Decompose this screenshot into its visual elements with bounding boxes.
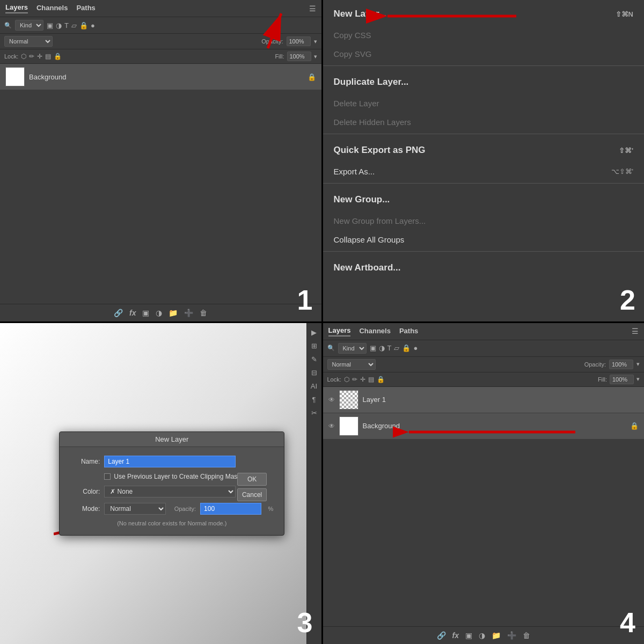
layers-menu-icon-4[interactable]: ☰ bbox=[632, 327, 639, 335]
tab-channels-1[interactable]: Channels bbox=[36, 4, 68, 13]
adjustment-icon-4[interactable]: ◑ bbox=[479, 631, 485, 640]
layers-lock-row-1: Lock: ⬡ ✏ ✛ ▤ 🔒 Fill: ▾ bbox=[0, 49, 321, 64]
new-layer-icon-4[interactable]: ➕ bbox=[507, 631, 516, 640]
tab-layers-4[interactable]: Layers bbox=[328, 326, 351, 336]
dialog-color-select[interactable]: ✗ None bbox=[104, 486, 236, 497]
menu-quick-export-label: Quick Export as PNG bbox=[334, 145, 426, 156]
filter-text-icon[interactable]: T bbox=[64, 21, 69, 30]
lock-brush-icon-4[interactable]: ✏ bbox=[352, 376, 357, 383]
filter-shape-icon-4[interactable]: ▱ bbox=[394, 344, 399, 352]
layer-layer1-4[interactable]: 👁 Layer 1 bbox=[323, 387, 645, 413]
lock-pixel-icon[interactable]: ⬡ bbox=[21, 53, 26, 60]
fill-input-1[interactable] bbox=[287, 52, 311, 61]
filter-toolbar-icons-1: ▣ ◑ T ▱ 🔒 ● bbox=[47, 21, 95, 30]
menu-export-as[interactable]: Export As... ⌥⇧⌘' bbox=[323, 162, 645, 181]
delete-icon-4[interactable]: 🗑 bbox=[523, 631, 530, 640]
dialog-mode-label: Mode: bbox=[70, 505, 100, 513]
lock-move-icon[interactable]: ✛ bbox=[37, 53, 42, 60]
fill-input-4[interactable] bbox=[610, 375, 634, 384]
lock-pixel-icon-4[interactable]: ⬡ bbox=[344, 376, 349, 383]
menu-new-layer[interactable]: New Layer... ⇧⌘N bbox=[323, 0, 645, 26]
link-icon-1[interactable]: 🔗 bbox=[114, 309, 123, 317]
layer-background-1[interactable]: Background 🔒 bbox=[0, 64, 321, 90]
filter-smart-icon-4[interactable]: 🔒 bbox=[402, 344, 411, 352]
lock-artboard-icon[interactable]: ▤ bbox=[45, 53, 51, 60]
layers-menu-icon-1[interactable]: ☰ bbox=[309, 4, 316, 13]
opacity-input-4[interactable] bbox=[609, 360, 633, 369]
filter-smart-icon[interactable]: 🔒 bbox=[79, 21, 88, 30]
separator-4 bbox=[323, 251, 645, 252]
blend-mode-dropdown-1[interactable]: Normal bbox=[4, 36, 53, 47]
menu-new-group[interactable]: New Group... bbox=[323, 186, 645, 211]
dialog-mode-select[interactable]: Normal bbox=[104, 503, 165, 515]
kind-dropdown-4[interactable]: Kind bbox=[338, 343, 367, 354]
dialog-opacity-input[interactable] bbox=[200, 503, 261, 515]
dialog-title: New Layer bbox=[60, 432, 284, 447]
adjustment-icon-1[interactable]: ◑ bbox=[156, 309, 162, 317]
layers-toolbar-1: 🔍 Kind ▣ ◑ T ▱ 🔒 ● bbox=[0, 17, 321, 34]
group-icon-1[interactable]: 📁 bbox=[169, 309, 178, 317]
side-scissors-icon: ✂ bbox=[311, 409, 317, 417]
layers-bottom-bar-4: 🔗 fx ▣ ◑ 📁 ➕ 🗑 bbox=[323, 626, 645, 644]
fx-icon-4[interactable]: fx bbox=[452, 631, 459, 640]
filter-shape-icon[interactable]: ▱ bbox=[71, 21, 77, 30]
layer-name-background-1: Background bbox=[29, 73, 66, 81]
menu-duplicate-layer[interactable]: Duplicate Layer... bbox=[323, 68, 645, 94]
mask-icon-4[interactable]: ▣ bbox=[465, 631, 472, 640]
delete-icon-1[interactable]: 🗑 bbox=[200, 309, 207, 317]
opacity-chevron-1[interactable]: ▾ bbox=[314, 38, 317, 45]
dialog-box: New Layer Name: Use Previous Layer to Cr… bbox=[59, 431, 284, 536]
layers-toolbar-4: 🔍 Kind ▣ ◑ T ▱ 🔒 ● bbox=[323, 340, 645, 357]
layer-background-4[interactable]: 👁 Background 🔒 bbox=[323, 413, 645, 440]
eye-layer1-4[interactable]: 👁 bbox=[328, 396, 335, 404]
dialog-clipping-label: Use Previous Layer to Create Clipping Ma… bbox=[114, 473, 240, 480]
dialog-cancel-button[interactable]: Cancel bbox=[237, 488, 267, 501]
group-icon-4[interactable]: 📁 bbox=[492, 631, 501, 640]
menu-collapse-all-groups[interactable]: Collapse All Groups bbox=[323, 230, 645, 249]
dialog-opacity-unit: % bbox=[268, 506, 273, 512]
menu-new-group-from-layers-label: New Group from Layers... bbox=[334, 216, 426, 225]
dialog-name-label: Name: bbox=[70, 458, 100, 465]
lock-brush-icon[interactable]: ✏ bbox=[29, 53, 34, 60]
mask-icon-1[interactable]: ▣ bbox=[142, 309, 149, 317]
lock-move-icon-4[interactable]: ✛ bbox=[360, 376, 365, 383]
side-play-icon: ▶ bbox=[311, 328, 317, 336]
menu-new-group-from-layers: New Group from Layers... bbox=[323, 211, 645, 230]
layers-bottom-bar-1: 🔗 fx ▣ ◑ 📁 ➕ 🗑 bbox=[0, 304, 321, 321]
tab-paths-1[interactable]: Paths bbox=[76, 4, 95, 13]
tab-paths-4[interactable]: Paths bbox=[399, 327, 418, 336]
fill-label-1: Fill: bbox=[275, 53, 284, 60]
dialog-name-row: Name: bbox=[70, 456, 273, 467]
menu-new-group-label: New Group... bbox=[334, 194, 390, 205]
lock-all-icon[interactable]: 🔒 bbox=[54, 53, 62, 60]
fill-chevron-1[interactable]: ▾ bbox=[314, 53, 317, 60]
side-grid-icon: ⊞ bbox=[311, 342, 317, 350]
menu-new-artboard[interactable]: New Artboard... bbox=[323, 254, 645, 280]
dialog-name-input[interactable] bbox=[104, 456, 236, 467]
filter-text-icon-4[interactable]: T bbox=[387, 344, 392, 352]
link-icon-4[interactable]: 🔗 bbox=[437, 631, 446, 640]
fill-chevron-4[interactable]: ▾ bbox=[636, 376, 640, 383]
kind-dropdown-1[interactable]: Kind bbox=[15, 20, 43, 31]
dialog-ok-button[interactable]: OK bbox=[237, 473, 267, 486]
filter-adjustment-icon-4[interactable]: ◑ bbox=[379, 344, 385, 352]
lock-artboard-icon-4[interactable]: ▤ bbox=[368, 376, 374, 383]
fill-label-4: Fill: bbox=[598, 376, 607, 383]
opacity-chevron-4[interactable]: ▾ bbox=[636, 361, 640, 368]
eye-background-4[interactable]: 👁 bbox=[328, 422, 335, 430]
fx-icon-1[interactable]: fx bbox=[129, 309, 136, 317]
tab-layers-1[interactable]: Layers bbox=[5, 3, 28, 13]
new-layer-icon-1[interactable]: ➕ bbox=[184, 309, 193, 317]
filter-pixel-icon[interactable]: ▣ bbox=[47, 21, 53, 30]
tab-channels-4[interactable]: Channels bbox=[359, 327, 391, 336]
filter-adjustment-icon[interactable]: ◑ bbox=[56, 21, 62, 30]
dialog-clipping-checkbox[interactable] bbox=[104, 473, 111, 480]
menu-quick-export[interactable]: Quick Export as PNG ⇧⌘' bbox=[323, 136, 645, 162]
menu-quick-export-shortcut: ⇧⌘' bbox=[619, 147, 633, 155]
opacity-input-1[interactable] bbox=[287, 36, 311, 46]
lock-all-icon-4[interactable]: 🔒 bbox=[377, 376, 385, 383]
main-grid: Layers Channels Paths ☰ 🔍 Kind ▣ ◑ T ▱ 🔒… bbox=[0, 0, 644, 644]
filter-pixel-icon-4[interactable]: ▣ bbox=[370, 344, 376, 352]
blend-mode-dropdown-4[interactable]: Normal bbox=[327, 359, 376, 370]
panel-3: ▶ ⊞ ✎ ⊟ AI ¶ ✂ New Layer Name: bbox=[0, 323, 321, 645]
